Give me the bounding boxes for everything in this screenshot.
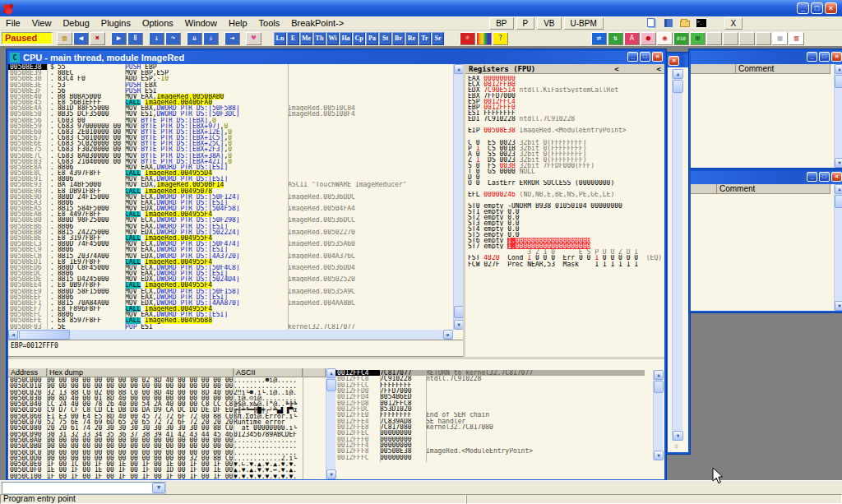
scroll-up-icon[interactable]: ▲ bbox=[835, 184, 842, 194]
minimize-button[interactable]: _ bbox=[797, 2, 809, 14]
dump-row[interactable]: 0050C0D000 00 00 00 00 00 00 00 00 00 00… bbox=[8, 455, 326, 461]
disasm-row[interactable]: 00508E93.BA 14BF5000MOV EDX,ImageRed.005… bbox=[8, 182, 453, 187]
disasm-row[interactable]: 00508E38$55PUSH EBP bbox=[8, 64, 453, 70]
disasm-row[interactable]: 00508EE9.8B0D 58F15000MOV ECX,DWORD PTR … bbox=[8, 289, 453, 294]
register-line[interactable] bbox=[465, 122, 664, 127]
panel-button-ln[interactable]: Ln bbox=[274, 32, 286, 45]
disasm-row[interactable]: 00508E40.B8 B0BA5000MOV EAX,ImageRed.005… bbox=[8, 94, 453, 99]
hidden-window-close-button[interactable]: × bbox=[669, 56, 679, 66]
scroll-down-icon[interactable]: ▼ bbox=[835, 301, 842, 311]
panel-button-br[interactable]: Br bbox=[392, 32, 405, 45]
panel-button-tr[interactable]: Tr bbox=[419, 32, 431, 45]
book-icon[interactable] bbox=[662, 17, 675, 29]
scroll-up-icon[interactable]: ▲ bbox=[654, 370, 664, 380]
unnamed-column-header[interactable] bbox=[691, 184, 717, 193]
register-line[interactable]: D 0 bbox=[465, 174, 664, 180]
register-line[interactable]: ST0 empty -UNORM B938 01050104 00000000 bbox=[465, 203, 664, 209]
empty[interactable] bbox=[756, 32, 771, 45]
maximize-button[interactable]: □ bbox=[819, 52, 830, 62]
dump-ascii-header[interactable]: ASCII bbox=[234, 368, 303, 377]
scroll-up-icon[interactable]: ▲ bbox=[835, 64, 842, 74]
scroll-thumb[interactable] bbox=[19, 330, 70, 340]
panel-button-th[interactable]: Th bbox=[313, 32, 326, 45]
register-line[interactable]: ST4 empty 0.0 bbox=[465, 226, 664, 232]
disasm-row[interactable]: 00508EBE.E8 3197F8FFCALL ImageRed.004955… bbox=[8, 235, 453, 241]
disasm-row[interactable]: 00508EA5.8B15 584F5000MOV EDX,DWORD PTR … bbox=[8, 206, 453, 211]
restore-button[interactable]: □ bbox=[811, 2, 823, 14]
disasm-row[interactable]: 00508E67.C683 C5010000 00MOV BYTE PTR DS… bbox=[8, 135, 453, 141]
breakpoint-dot-icon[interactable]: ● bbox=[641, 32, 656, 45]
dump-address-header[interactable]: Address bbox=[8, 368, 47, 377]
close-button[interactable]: × bbox=[831, 52, 842, 62]
scroll-up-icon[interactable]: ▲ bbox=[673, 69, 683, 79]
spiral-icon[interactable]: ◉ bbox=[657, 32, 673, 45]
register-line[interactable]: ESI FFFFFFFF bbox=[465, 110, 664, 116]
disasm-row[interactable]: 00508EDC.8B06MOV EAX,DWORD PTR DS:[ESI] bbox=[8, 270, 453, 276]
disasm-row[interactable]: 00508E60.C683 2E010000 00MOV BYTE PTR DS… bbox=[8, 129, 453, 135]
disasm-row[interactable]: 00508E7C.C683 8A030000 00MOV BYTE PTR DS… bbox=[8, 153, 453, 159]
dump-row[interactable]: 0050C050C9 D7 CF C8 CD CE DB D8 DA D9 CA… bbox=[8, 407, 326, 413]
disasm-row[interactable]: 00508ED6.8B0D C8F45000MOV ECX,DWORD PTR … bbox=[8, 265, 453, 270]
menu-item-file[interactable]: File bbox=[0, 17, 26, 29]
register-line[interactable]: EFL 00000246 (NO,NB,E,BE,NS,PE,GE,LE) bbox=[465, 192, 664, 197]
stack-row[interactable]: 0012FFD80012FFC8 bbox=[335, 400, 645, 406]
minimize-button[interactable]: _ bbox=[807, 172, 817, 182]
menu-close-button[interactable]: X bbox=[724, 17, 743, 30]
register-line[interactable]: ST2 empty 0.0 bbox=[465, 215, 664, 220]
disasm-row[interactable]: 00508E3E.53PUSH EBX bbox=[8, 82, 453, 88]
menu-item-debug[interactable]: Debug bbox=[57, 17, 95, 29]
menu-item-options[interactable]: Options bbox=[136, 17, 179, 29]
register-line[interactable]: 3 2 1 0 E S P U O Z D I bbox=[465, 249, 664, 255]
register-line[interactable]: ST1 empty 0.0 bbox=[465, 209, 664, 215]
stack-row[interactable]: 0012FFD07FFD7000 bbox=[335, 388, 645, 394]
run-icon[interactable]: ▶ bbox=[111, 32, 127, 45]
folder-icon[interactable] bbox=[678, 17, 692, 29]
empty[interactable] bbox=[739, 32, 755, 45]
appearance-rainbow-icon[interactable] bbox=[476, 32, 492, 45]
menu-item-view[interactable]: View bbox=[26, 17, 58, 29]
disassembly-vscrollbar[interactable]: ▲ ▼ bbox=[453, 64, 463, 330]
dump-vscrollbar[interactable]: ▲ ▼ bbox=[326, 368, 335, 479]
disasm-row[interactable]: 00508EAB.E8 4497F8FFCALL ImageRed.004955… bbox=[8, 211, 453, 217]
open-file-icon[interactable]: ▨ bbox=[57, 32, 72, 45]
hidden-window-scrollbar[interactable]: ▲ ▼ bbox=[672, 69, 682, 441]
plugin-button-vb[interactable]: VB bbox=[537, 17, 561, 30]
hidden-window[interactable]: × ▲ ▼ ⠿ bbox=[666, 53, 690, 454]
stack-pane[interactable]: 0012FFC47C817077RETURN to kernel32.7C817… bbox=[335, 359, 655, 479]
resize-grip[interactable]: ⠿ bbox=[674, 444, 678, 451]
disasm-row[interactable]: 00508E56.C603 00MOV BYTE PTR DS:[EBX],0 bbox=[8, 118, 453, 123]
scroll-down-icon[interactable]: ▼ bbox=[835, 158, 842, 168]
stack-row[interactable]: 0012FFF400000000 bbox=[335, 442, 645, 448]
dump-row[interactable]: 0050C0A000 00 00 00 00 00 00 00 00 00 00… bbox=[8, 437, 326, 443]
updown-arrows-icon[interactable]: ⇅ bbox=[608, 32, 623, 45]
dump-row[interactable]: 0050C00000 00 00 00 00 00 00 00 02 8D 40… bbox=[8, 377, 326, 383]
disasm-row[interactable]: 00508E45.E8 56B1EFFFCALL ImageRed.00406F… bbox=[8, 99, 453, 105]
menu-item-help[interactable]: Help bbox=[223, 17, 253, 29]
panel-button-sr[interactable]: Sr bbox=[432, 32, 444, 45]
dump-pane[interactable]: Address Hex dump ASCII 0050C00000 00 00 … bbox=[8, 359, 335, 479]
stack-row[interactable]: 0012FFFC00000000 bbox=[335, 455, 645, 460]
stack-row[interactable]: 0012FFF800508E38ImageRed.<ModuleEntryPoi… bbox=[335, 448, 645, 454]
register-line[interactable]: ST6 empty 1.0000000000000000000 bbox=[465, 238, 664, 243]
register-line[interactable]: A 0 SS 0023 32bit 0(FFFFFFFF) bbox=[465, 151, 664, 157]
panel-button-ha[interactable]: Ha bbox=[340, 32, 352, 45]
menu-item-breakpoint[interactable]: BreakPoint-> bbox=[285, 17, 349, 29]
plugin-button-u-bpm[interactable]: U-BPM bbox=[564, 17, 604, 30]
register-line[interactable]: FCW 027F Prec NEAR,53 Mask 1 1 1 1 1 1 bbox=[465, 261, 664, 267]
stack-row[interactable]: 0012FFDC853D1020 bbox=[335, 406, 645, 412]
register-line[interactable]: ST5 empty 0.0 bbox=[465, 232, 664, 238]
disasm-row[interactable]: 00508E8A.8B06MOV EAX,DWORD PTR DS:[ESI] bbox=[8, 164, 453, 170]
register-line[interactable]: EBX 7FFD7000 bbox=[465, 93, 664, 99]
disasm-row[interactable]: 00508E83.C683 21040000 00MOV BYTE PTR DS… bbox=[8, 159, 453, 164]
info-pane[interactable]: EBP=0012FFF0 bbox=[8, 340, 463, 357]
register-line[interactable] bbox=[465, 197, 664, 203]
register-line[interactable] bbox=[465, 133, 664, 139]
scroll-right-icon[interactable]: ▶ bbox=[443, 330, 453, 340]
copy-window-icon[interactable] bbox=[645, 17, 659, 29]
disasm-row[interactable]: 00508E98.E8 DB91F8FFCALL ImageRed.004950… bbox=[8, 188, 453, 194]
disasm-row[interactable]: 00508EFE.E8 8597F8FFCALL ImageRed.004956… bbox=[8, 317, 453, 323]
disasm-row[interactable]: 00508EA3.8B06MOV EAX,DWORD PTR DS:[ESI] bbox=[8, 200, 453, 206]
comment-window-top[interactable]: _ □ × Comment ▲ ▼ bbox=[689, 49, 842, 169]
disasm-row[interactable]: 00508ED1.E8 1E97F8FFCALL ImageRed.004955… bbox=[8, 259, 453, 265]
panel-button-e[interactable]: E bbox=[287, 32, 299, 45]
